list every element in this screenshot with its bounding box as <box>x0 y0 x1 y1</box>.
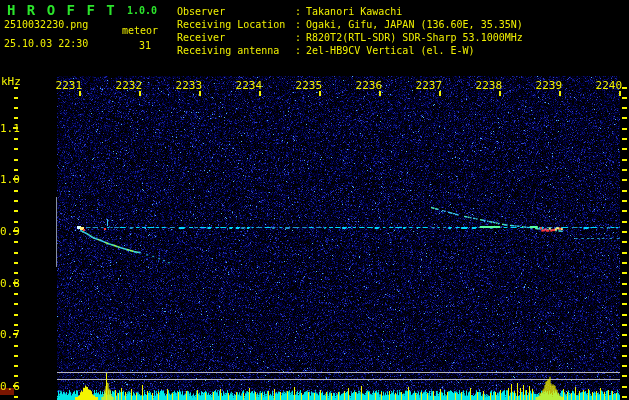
spectrogram-canvas <box>0 0 629 400</box>
metadata-colon: : <box>295 5 301 18</box>
metadata-label: Receiver <box>177 31 295 44</box>
metadata-value: R820T2(RTL-SDR) SDR-Sharp 53.1000MHz <box>306 31 523 44</box>
metadata-colon: : <box>295 18 301 31</box>
metadata-label: Receiving antenna <box>177 44 295 57</box>
app-title: H R O F F T <box>7 2 116 18</box>
capture-datetime: 25.10.03 22:30 <box>4 38 88 49</box>
metadata-label: Receiving Location <box>177 18 295 31</box>
observation-mode-label: meteor <box>122 25 158 36</box>
metadata-row-receiver: Receiver:R820T2(RTL-SDR) SDR-Sharp 53.10… <box>177 31 523 44</box>
metadata-row-observer: Observer:Takanori Kawachi <box>177 5 523 18</box>
metadata-colon: : <box>295 31 301 44</box>
metadata-value: 2el-HB9CV Vertical (el. E-W) <box>306 44 475 57</box>
metadata-colon: : <box>295 44 301 57</box>
metadata-value: Takanori Kawachi <box>306 5 402 18</box>
metadata-block: Observer:Takanori Kawachi Receiving Loca… <box>177 5 523 57</box>
echo-count: 31 <box>139 40 151 51</box>
metadata-label: Observer <box>177 5 295 18</box>
app-version: 1.0.0 <box>127 5 157 16</box>
hrofft-output-image: H R O F F T 1.0.0 2510032230.png meteor … <box>0 0 629 400</box>
metadata-row-antenna: Receiving antenna:2el-HB9CV Vertical (el… <box>177 44 523 57</box>
metadata-row-location: Receiving Location:Ogaki, Gifu, JAPAN (1… <box>177 18 523 31</box>
capture-filename: 2510032230.png <box>4 19 88 30</box>
metadata-value: Ogaki, Gifu, JAPAN (136.60E, 35.35N) <box>306 18 523 31</box>
